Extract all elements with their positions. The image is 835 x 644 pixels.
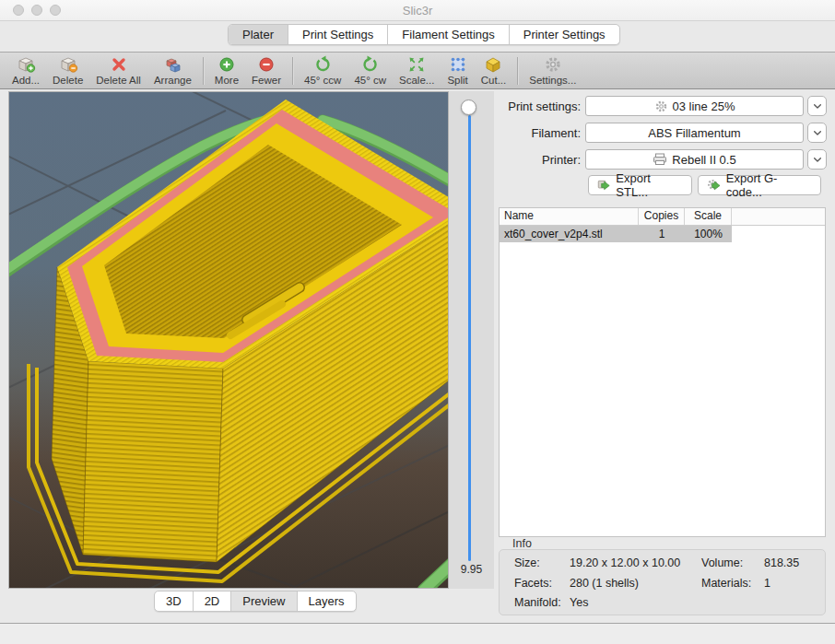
scale-label: Scale...	[399, 75, 434, 86]
chevron-down-icon	[812, 154, 823, 165]
fewer-button[interactable]: Fewer	[245, 53, 288, 88]
cell-name: xt60_cover_v2p4.stl	[500, 226, 639, 242]
export-stl-label: Export STL...	[616, 171, 683, 199]
layer-slider-track[interactable]	[468, 115, 471, 561]
cut-label: Cut...	[481, 75, 506, 86]
export-stl-button[interactable]: Export STL...	[588, 175, 692, 195]
materials-value: 1	[764, 577, 770, 590]
print-settings-combo[interactable]: 03 line 25%	[585, 96, 804, 116]
fewer-label: Fewer	[252, 75, 281, 86]
chevron-down-icon	[812, 100, 823, 111]
tab-print-settings[interactable]: Print Settings	[288, 25, 388, 44]
view-tab-3d[interactable]: 3D	[155, 591, 194, 611]
arrange-button[interactable]: Arrange	[147, 53, 198, 88]
cell-scale: 100%	[685, 226, 732, 242]
rotate-cw-label: 45° cw	[354, 75, 386, 86]
filament-combo[interactable]: ABS Fillamentum	[585, 123, 804, 143]
printer-dropdown-button[interactable]	[807, 149, 827, 170]
export-gcode-icon	[707, 178, 722, 193]
size-label: Size:	[514, 556, 540, 569]
settings-button[interactable]: Settings...	[523, 53, 582, 88]
delete-all-button[interactable]: Delete All	[89, 53, 147, 88]
filament-dropdown-button[interactable]	[807, 123, 827, 143]
layer-slider-knob[interactable]	[461, 100, 476, 115]
volume-label: Volume:	[701, 556, 743, 569]
rotate-cw-icon	[361, 55, 380, 74]
main-tab-row: Plater Print Settings Filament Settings …	[0, 21, 835, 52]
volume-value: 818.35	[764, 556, 799, 569]
slic3r-window: Slic3r Plater Print Settings Filament Se…	[0, 0, 835, 644]
rotate-ccw-button[interactable]: 45° ccw	[298, 53, 347, 88]
info-box: Size: 19.20 x 12.00 x 10.00 Volume: 818.…	[499, 549, 826, 615]
rotate-ccw-icon	[313, 55, 332, 74]
print-settings-row: Print settings: 03 line 25%	[499, 96, 827, 116]
toolbar-separator	[203, 57, 204, 85]
filament-value: ABS Fillamentum	[648, 126, 740, 140]
cut-button[interactable]: Cut...	[475, 53, 512, 88]
split-label: Split	[447, 75, 467, 86]
rotate-cw-button[interactable]: 45° cw	[347, 53, 393, 88]
titlebar: Slic3r	[0, 0, 835, 21]
cell-copies: 1	[639, 226, 685, 242]
arrange-icon	[162, 55, 182, 74]
more-button[interactable]: More	[208, 53, 245, 88]
filament-row: Filament: ABS Fillamentum	[499, 123, 827, 143]
status-bar	[0, 623, 835, 644]
preview-viewport[interactable]	[8, 91, 449, 589]
toolbar-separator	[292, 57, 293, 85]
more-icon	[218, 55, 236, 74]
split-icon	[449, 55, 467, 74]
tab-plater[interactable]: Plater	[229, 25, 288, 44]
add-icon	[16, 55, 36, 74]
printer-label: Printer:	[499, 153, 581, 167]
facets-label: Facets:	[514, 577, 552, 590]
materials-label: Materials:	[701, 577, 751, 590]
scale-icon	[407, 55, 426, 74]
delete-button[interactable]: Delete	[46, 53, 89, 88]
settings-label: Settings...	[529, 75, 576, 86]
print-settings-dropdown-button[interactable]	[807, 96, 827, 116]
arrange-label: Arrange	[154, 75, 192, 86]
view-mode-tabs: 3D 2D Preview Layers	[154, 591, 357, 612]
column-header-name[interactable]: Name	[500, 208, 639, 225]
window-title: Slic3r	[0, 4, 835, 18]
view-tab-preview[interactable]: Preview	[231, 591, 297, 611]
column-header-copies[interactable]: Copies	[639, 208, 685, 225]
toolbar: Add... Delete Delete All	[0, 52, 835, 89]
column-header-scale[interactable]: Scale	[685, 208, 732, 225]
export-stl-icon	[597, 178, 611, 193]
scale-button[interactable]: Scale...	[393, 53, 441, 88]
view-tab-layers[interactable]: Layers	[298, 591, 356, 611]
printer-icon	[653, 153, 667, 166]
fewer-icon	[257, 55, 276, 74]
printer-combo[interactable]: Rebell II 0.5	[585, 149, 804, 170]
view-tab-2d[interactable]: 2D	[194, 591, 232, 611]
manifold-value: Yes	[570, 596, 588, 609]
settings-icon	[544, 55, 562, 74]
delete-all-label: Delete All	[96, 75, 141, 86]
rotate-ccw-label: 45° ccw	[304, 75, 341, 86]
main-tabs: Plater Print Settings Filament Settings …	[228, 24, 620, 45]
table-row[interactable]: xt60_cover_v2p4.stl 1 100%	[500, 226, 825, 242]
info-group-title: Info	[512, 537, 532, 550]
delete-all-icon	[110, 55, 128, 74]
export-gcode-button[interactable]: Export G-code...	[698, 175, 821, 195]
toolbar-separator	[517, 57, 518, 85]
split-button[interactable]: Split	[441, 53, 474, 88]
tab-printer-settings[interactable]: Printer Settings	[510, 25, 619, 44]
tab-filament-settings[interactable]: Filament Settings	[388, 25, 509, 44]
3d-preview-canvas	[9, 92, 449, 589]
table-row-selection: xt60_cover_v2p4.stl 1 100%	[500, 226, 732, 242]
objects-table-header: Name Copies Scale	[500, 208, 825, 226]
print-settings-label: Print settings:	[499, 100, 581, 113]
more-label: More	[215, 75, 239, 86]
layer-slider-value: 9.95	[449, 563, 494, 576]
cut-icon	[483, 55, 503, 74]
add-button[interactable]: Add...	[6, 53, 46, 88]
gear-icon	[654, 100, 668, 113]
objects-table: Name Copies Scale xt60_cover_v2p4.stl 1 …	[499, 207, 826, 537]
export-row: Export STL... Export G-code...	[499, 175, 827, 195]
chevron-down-icon	[812, 127, 823, 138]
facets-value: 280 (1 shells)	[570, 577, 639, 590]
size-value: 19.20 x 12.00 x 10.00	[570, 556, 680, 569]
